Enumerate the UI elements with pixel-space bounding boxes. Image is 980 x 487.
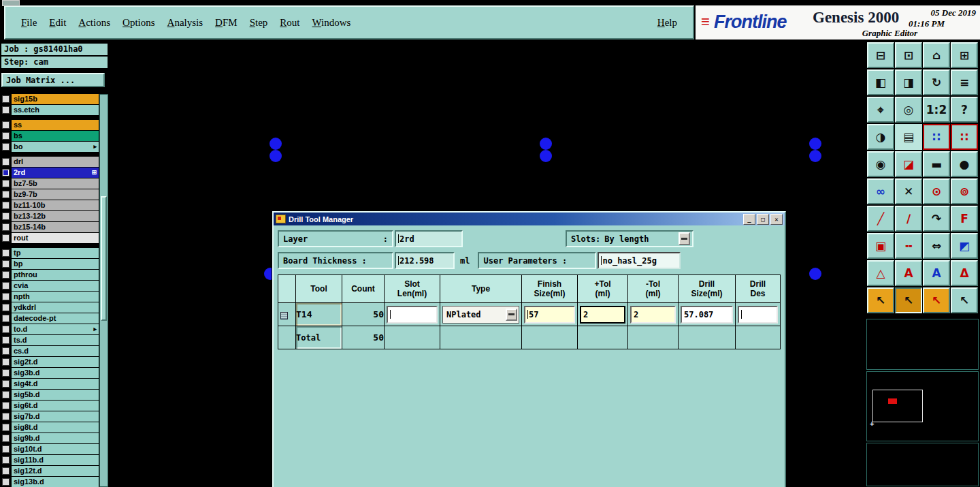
screen-icon[interactable]: ⊡ xyxy=(895,42,922,68)
layer-label[interactable]: ydkdrl xyxy=(12,302,99,313)
layer-row[interactable]: drl xyxy=(1,157,99,167)
layer-label[interactable]: ss.etch xyxy=(12,105,99,115)
layer-visibility-checkbox[interactable] xyxy=(2,191,10,198)
layer-row[interactable]: ts.d xyxy=(1,335,99,345)
redraw-icon[interactable]: ↻ xyxy=(923,69,950,95)
drill-des-cell[interactable] xyxy=(736,303,781,326)
arc-tool-icon[interactable]: ↷ xyxy=(923,206,950,232)
pan-right-icon[interactable]: ◨ xyxy=(895,69,922,95)
layer-visibility-checkbox[interactable] xyxy=(2,223,10,231)
layer-label[interactable]: sig11b.d xyxy=(12,455,99,465)
layer-label[interactable]: sig15b xyxy=(12,94,99,104)
menu-item[interactable]: Rout xyxy=(274,17,306,29)
layer-label[interactable]: bz9-7b xyxy=(12,189,99,200)
layer-visibility-checkbox[interactable] xyxy=(2,202,10,209)
layer-row[interactable]: datecode-pt xyxy=(1,313,99,324)
net-chain-icon[interactable]: ∞ xyxy=(867,178,894,204)
layer-visibility-checkbox[interactable] xyxy=(2,445,10,453)
layer-label[interactable]: sig2t.d xyxy=(12,357,99,367)
menu-item[interactable]: Options xyxy=(116,17,161,29)
layer-row[interactable]: bz7-5b xyxy=(1,178,99,189)
layer-row[interactable]: sig6t.d xyxy=(1,400,99,411)
layer-row[interactable]: bz11-10b xyxy=(1,200,99,210)
layer-label[interactable]: ts.d xyxy=(12,335,99,345)
select-snap-icon[interactable]: ↖ xyxy=(951,287,978,313)
layer-label[interactable]: bp xyxy=(12,259,99,269)
layer-visibility-checkbox[interactable] xyxy=(2,413,10,420)
close-button[interactable]: ✕ xyxy=(770,214,783,225)
corner-page-icon[interactable]: ◪ xyxy=(895,151,922,177)
layer-visibility-checkbox[interactable] xyxy=(2,158,10,166)
text-a-red-icon[interactable]: A xyxy=(895,260,922,286)
delta-icon[interactable]: Δ xyxy=(951,260,978,286)
minimize-button[interactable]: _ xyxy=(743,214,755,225)
menu-item[interactable]: Step xyxy=(244,17,274,29)
layer-row[interactable]: sig7b.d xyxy=(1,411,99,422)
layer-label[interactable]: sig8t.d xyxy=(12,422,99,433)
text-tool-icon[interactable]: F xyxy=(951,206,978,232)
layer-row[interactable]: sig13b.d xyxy=(1,477,99,487)
text-a-blue-icon[interactable]: A xyxy=(923,260,950,286)
menu-item[interactable]: Edit xyxy=(43,17,72,29)
grid-toggle-icon[interactable]: ▤ xyxy=(895,124,922,150)
layer-visibility-checkbox[interactable] xyxy=(2,234,10,242)
layer-label[interactable]: datecode-pt xyxy=(12,313,99,324)
layer-label[interactable]: drl xyxy=(12,157,99,167)
layer-row[interactable]: tp xyxy=(1,248,99,258)
layer-label[interactable]: bs xyxy=(12,131,99,141)
layer-row[interactable]: bs xyxy=(1,131,99,141)
layer-row[interactable]: to.d ▸ xyxy=(1,324,99,334)
filled-pad-icon[interactable]: ● xyxy=(951,151,978,177)
menu-item[interactable]: Windows xyxy=(306,17,357,29)
layer-visibility-checkbox[interactable] xyxy=(2,336,10,344)
layer-label[interactable]: sig7b.d xyxy=(12,411,99,422)
pan-left-icon[interactable]: ◧ xyxy=(867,69,894,95)
scrollbar-thumb[interactable] xyxy=(101,196,107,321)
layer-label[interactable]: npth xyxy=(12,292,99,302)
layer-visibility-checkbox[interactable] xyxy=(2,380,10,388)
dialog-titlebar[interactable]: Drill Tool Manager _ □ ✕ xyxy=(274,213,785,225)
layer-visibility-checkbox[interactable] xyxy=(2,293,10,300)
layer-label[interactable]: bo ▸ xyxy=(12,142,99,152)
measure-icon[interactable]: ◑ xyxy=(867,124,894,150)
symbols-red-icon[interactable]: ∷ xyxy=(951,124,978,150)
home-view-icon[interactable]: ⌂ xyxy=(923,42,950,68)
layer-label[interactable]: bz15-14b xyxy=(12,222,99,232)
layer-visibility-checkbox[interactable] xyxy=(2,424,10,431)
layer-list-scrollbar[interactable] xyxy=(99,94,108,487)
tool-id-cell[interactable]: T14 xyxy=(296,303,342,326)
layer-label[interactable]: cs.d xyxy=(12,346,99,356)
layer-label[interactable]: sig3b.d xyxy=(12,368,99,378)
delete-tool-icon[interactable]: ✕ xyxy=(895,178,922,204)
surface-tool-icon[interactable]: ◩ xyxy=(951,233,978,259)
type-dropdown[interactable]: NPlated xyxy=(442,306,519,324)
layer-row[interactable]: ss.etch xyxy=(1,105,99,115)
thin-line-tool-icon[interactable]: ∕ xyxy=(895,206,922,232)
job-matrix-button[interactable]: Job Matrix ... xyxy=(1,73,105,87)
layer-label[interactable]: ss xyxy=(12,120,99,130)
board-thickness-input[interactable]: 212.598 xyxy=(395,252,455,269)
layer-label[interactable]: bz7-5b xyxy=(12,178,99,189)
zoom-ratio-icon[interactable]: 1:2 xyxy=(923,97,950,123)
help-tool-icon[interactable]: ? xyxy=(951,97,978,123)
minus-tol-cell[interactable]: 2 xyxy=(628,303,679,326)
layer-row[interactable]: bo ▸ xyxy=(1,142,99,152)
type-cell[interactable]: NPlated xyxy=(440,303,522,326)
layer-visibility-checkbox[interactable] xyxy=(2,282,10,289)
select-frame-icon[interactable]: ↖ xyxy=(923,287,950,313)
layer-visibility-checkbox[interactable] xyxy=(2,169,10,176)
layer-visibility-checkbox[interactable] xyxy=(2,467,10,475)
layer-row[interactable]: npth xyxy=(1,292,99,302)
layer-label[interactable]: bz13-12b xyxy=(12,211,99,221)
menu-item[interactable]: DFM xyxy=(209,17,244,29)
layer-visibility-checkbox[interactable] xyxy=(2,435,10,442)
line-tool-icon[interactable]: ╱ xyxy=(867,206,894,232)
layer-label[interactable]: tp xyxy=(12,248,99,258)
layer-label[interactable]: to.d ▸ xyxy=(12,324,99,334)
minimized-titlebar-icon[interactable] xyxy=(2,0,20,6)
layer-row[interactable]: sig5b.d xyxy=(1,390,99,400)
layer-row[interactable]: bp xyxy=(1,259,99,269)
layer-visibility-checkbox[interactable] xyxy=(2,180,10,187)
layer-visibility-checkbox[interactable] xyxy=(2,315,10,322)
menu-item-help[interactable]: Help xyxy=(651,17,683,29)
